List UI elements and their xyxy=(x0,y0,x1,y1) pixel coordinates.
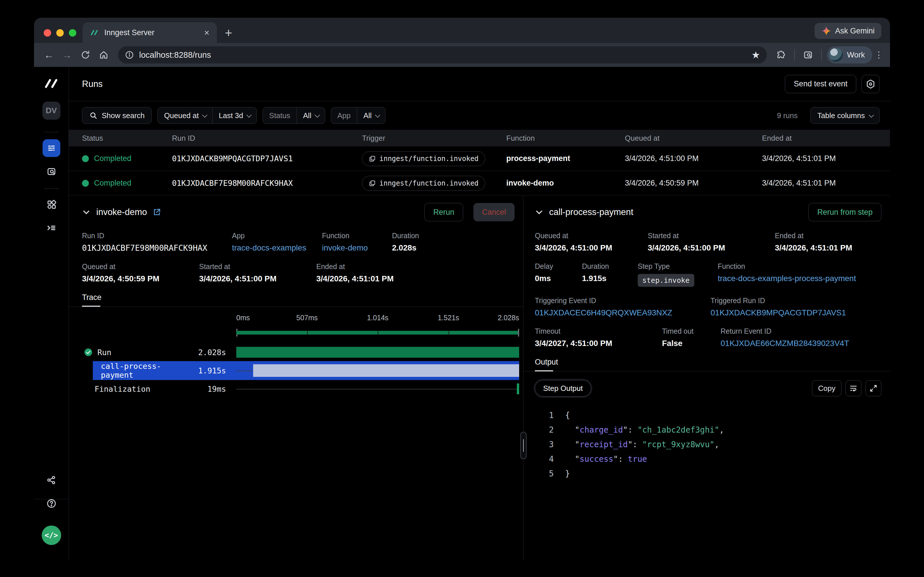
inngest-app: DV xyxy=(34,67,890,560)
minimize-window-button[interactable] xyxy=(56,29,64,37)
tab-trace[interactable]: Trace xyxy=(82,293,101,306)
queued-at-value: 3/4/2026, 4:51:00 PM xyxy=(625,154,762,163)
app-avatar-badge[interactable]: DV xyxy=(43,102,60,119)
sidebar-item-runs[interactable] xyxy=(43,139,60,157)
tab-title: Inngest Server xyxy=(104,28,199,37)
return-event-id-link[interactable]: 01KJXDAE66CMZMB28439023V4T xyxy=(721,339,881,348)
share-icon[interactable] xyxy=(43,471,60,489)
sidebar-item-events[interactable] xyxy=(43,163,60,181)
tab-close-icon[interactable]: × xyxy=(204,28,209,37)
duration-value: 2.028s xyxy=(392,243,514,253)
site-info-icon[interactable] xyxy=(125,50,134,60)
column-run-id: Run ID xyxy=(172,134,362,143)
show-search-button[interactable]: Show search xyxy=(82,107,152,124)
column-trigger: Trigger xyxy=(362,134,506,143)
run-detail-header: invoke-demo Rerun Cancel xyxy=(82,203,523,221)
field-label: Function xyxy=(718,262,881,271)
sidebar-divider xyxy=(44,132,59,132)
profile-button[interactable]: Work xyxy=(827,46,872,63)
expand-button[interactable] xyxy=(865,380,881,396)
trace-span-call-process-payment[interactable]: call-process-payment 1.915s xyxy=(93,361,519,380)
forward-button[interactable]: → xyxy=(59,47,75,63)
avatar xyxy=(829,48,843,62)
trace-span-finalization[interactable]: Finalization 19ms xyxy=(82,380,519,398)
status-filter-label: Status xyxy=(263,108,297,124)
status-cell: Completed xyxy=(82,179,172,188)
app-link[interactable]: trace-docs-examples xyxy=(232,243,322,253)
rerun-button[interactable]: Rerun xyxy=(424,203,463,221)
ended-at-value: 3/4/2026, 4:51:01 PM xyxy=(762,154,890,163)
rerun-from-step-button[interactable]: Rerun from step xyxy=(808,203,881,221)
app-filter-value: All xyxy=(363,111,372,120)
address-bar[interactable]: localhost:8288/runs ★ xyxy=(118,46,767,63)
status-filter-dropdown[interactable]: All xyxy=(297,108,325,124)
browser-toolbar: ← → localhost:8288/runs ★ xyxy=(34,43,890,67)
trace-span-run[interactable]: Run 2.028s xyxy=(82,343,519,361)
extensions-icon[interactable] xyxy=(773,47,789,63)
table-row[interactable]: Completed 01KJXDACKB9MPQACGTDP7JAVS1 inn… xyxy=(69,147,890,171)
collapse-chevron-icon[interactable] xyxy=(535,208,543,216)
trigger-badge[interactable]: inngest/function.invoked xyxy=(362,176,485,191)
trigger-badge[interactable]: inngest/function.invoked xyxy=(362,151,485,166)
trigger-label: inngest/function.invoked xyxy=(379,179,479,187)
delay-value: 0ms xyxy=(535,274,582,283)
browser-menu-icon[interactable]: ⋮ xyxy=(874,53,883,57)
new-tab-button[interactable]: + xyxy=(225,26,232,43)
status-cell: Completed xyxy=(82,154,172,163)
close-window-button[interactable] xyxy=(44,29,51,37)
line-number: 1 xyxy=(535,408,554,422)
step-type-badge: step.invoke xyxy=(638,274,694,287)
tab-search-icon[interactable] xyxy=(800,47,816,63)
code-text: "success": true xyxy=(565,452,647,466)
external-link-icon[interactable] xyxy=(153,208,161,216)
table-columns-button[interactable]: Table columns xyxy=(810,107,880,124)
collapse-chevron-icon[interactable] xyxy=(82,208,91,216)
help-icon[interactable] xyxy=(43,495,60,513)
queued-at-value: 3/4/2026, 4:50:59 PM xyxy=(82,274,199,284)
started-at-value: 3/4/2026, 4:51:00 PM xyxy=(199,274,316,284)
word-wrap-button[interactable] xyxy=(845,380,861,396)
send-test-event-button[interactable]: Send test event xyxy=(785,75,856,93)
tab-output[interactable]: Output xyxy=(535,358,558,371)
copy-button[interactable]: Copy xyxy=(812,380,841,396)
timeline-axis: 0ms 507ms 1.014s 1.521s 2.028s xyxy=(236,314,519,325)
chevron-down-icon xyxy=(202,112,207,118)
zoom-window-button[interactable] xyxy=(69,29,76,37)
column-queued-at: Queued at xyxy=(625,134,762,143)
time-range-dropdown[interactable]: Last 3d xyxy=(212,108,257,124)
field-label: Ended at xyxy=(775,232,881,240)
settings-button[interactable] xyxy=(861,75,880,93)
triggering-event-id-link[interactable]: 01KJXDACEC6H49QRQXWEA93NXZ xyxy=(535,308,710,318)
span-duration: 1.915s xyxy=(198,366,233,375)
line-number: 2 xyxy=(535,422,554,437)
bookmark-star-icon[interactable]: ★ xyxy=(751,49,760,61)
reload-button[interactable] xyxy=(77,47,93,63)
line-number: 3 xyxy=(535,437,554,452)
browser-tab[interactable]: Inngest Server × xyxy=(83,22,217,43)
dev-mode-button[interactable]: </> xyxy=(42,525,61,545)
field-label: Duration xyxy=(582,262,638,271)
home-button[interactable] xyxy=(96,47,112,63)
table-row[interactable]: Completed 01KJXDACBF7E98M00RAFCK9HAX inn… xyxy=(69,171,890,195)
code-line: 2 "charge_id": "ch_1abc2def3ghi", xyxy=(535,422,890,437)
sidebar-item-apps[interactable] xyxy=(43,195,60,213)
step-fields-row-4: Timeout 3/4/2027, 4:51:00 PM Timed out F… xyxy=(535,327,890,348)
sidebar-item-terminal[interactable] xyxy=(43,219,60,237)
status-dot-icon xyxy=(82,180,89,187)
back-button[interactable]: ← xyxy=(41,47,57,63)
function-link[interactable]: invoke-demo xyxy=(322,243,392,253)
time-field-value: Queued at xyxy=(164,111,199,120)
pane-resize-handle[interactable] xyxy=(520,432,527,459)
span-bar xyxy=(236,347,519,358)
step-title: call-process-payment xyxy=(549,207,633,217)
triggered-run-id-link[interactable]: 01KJXDACKB9MPQACGTDP7JAVS1 xyxy=(710,308,881,318)
app-filter-dropdown[interactable]: All xyxy=(357,108,385,124)
ask-gemini-button[interactable]: Ask Gemini xyxy=(815,23,881,39)
step-output-pill[interactable]: Step Output xyxy=(535,380,591,396)
timeline-overview[interactable] xyxy=(236,328,519,338)
field-label: Duration xyxy=(392,232,514,240)
cancel-button[interactable]: Cancel xyxy=(473,203,514,221)
step-function-link[interactable]: trace-docs-examples-process-payment xyxy=(718,274,881,283)
output-code[interactable]: 1{2 "charge_id": "ch_1abc2def3ghi",3 "re… xyxy=(535,408,890,481)
time-field-dropdown[interactable]: Queued at xyxy=(158,108,212,124)
